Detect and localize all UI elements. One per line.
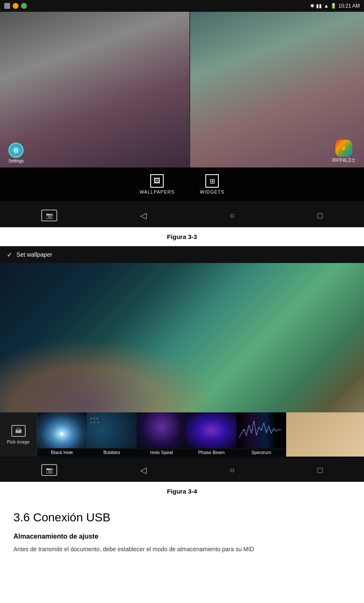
camera-button-34[interactable]	[41, 464, 57, 476]
bubbles-label: Bubbles	[87, 449, 136, 457]
wallpapers-label: WALLPAPERS	[140, 189, 175, 194]
figure-34-container: ✓ Set wallpaper 🏔 Pick image Black Hole …	[0, 246, 364, 482]
bubbles-preview	[87, 412, 136, 448]
bluetooth-icon: ✱	[310, 3, 314, 9]
thumbnail-strip: 🏔 Pick image Black Hole Bubbles Holo Spi…	[0, 412, 286, 457]
status-bar-right: ✱ ▮▮ ▲ 🔋 10:21 AM	[310, 3, 360, 9]
status-icon-3	[21, 3, 27, 9]
back-button-33[interactable]: ◁	[140, 210, 146, 220]
recent-button-34[interactable]: □	[317, 465, 322, 475]
settings-icon-area: Settings	[0, 12, 189, 167]
thumb-phase-beam[interactable]: Phase Beam	[186, 412, 236, 457]
set-wallpaper-label: Set wallpaper	[16, 251, 52, 258]
wallpapers-icon: 🖼	[150, 174, 164, 188]
set-wallpaper-bar: ✓ Set wallpaper	[0, 246, 364, 263]
phase-beam-label: Phase Beam	[186, 449, 236, 457]
status-icon-1	[4, 3, 10, 9]
app360-circle-icon: ⚡	[335, 140, 352, 157]
black-hole-label: Black Hole	[37, 449, 87, 457]
widgets-button[interactable]: ⊞ WIDGETS	[200, 174, 224, 194]
app360-icon-area: ⚡ 360手机卫士	[189, 12, 364, 167]
widgets-icon: ⊞	[205, 174, 219, 188]
signal-icon: ▮▮	[316, 3, 322, 9]
pick-image-icon: 🏔	[11, 425, 26, 437]
spectrum-label: Spectrum	[236, 449, 286, 457]
settings-circle-icon	[8, 143, 24, 158]
wallpaper-main-preview	[0, 263, 364, 423]
spectrum-preview	[236, 412, 286, 448]
phase-beam-preview	[186, 412, 236, 448]
back-button-34[interactable]: ◁	[140, 465, 146, 475]
nav-bar-33: ◁ ○ □	[0, 204, 364, 227]
right-strip-34	[286, 412, 364, 457]
section-title: 3.6 Conexión USB	[13, 511, 351, 524]
checkmark-icon: ✓	[7, 251, 12, 259]
thumb-holo-spiral[interactable]: Holo Spiral	[137, 412, 186, 457]
widgets-label: WIDGETS	[200, 189, 224, 194]
status-icon-2	[13, 3, 19, 9]
black-hole-preview	[37, 412, 87, 448]
camera-button-33[interactable]	[41, 210, 57, 221]
holo-spiral-preview	[137, 412, 186, 448]
battery-icon: 🔋	[330, 3, 337, 9]
caption-33: Figura 3-3	[0, 227, 364, 246]
wifi-icon: ▲	[324, 3, 329, 9]
body-text: Antes de transmitir el documento, debe e…	[13, 545, 351, 554]
thumb-black-hole[interactable]: Black Hole	[37, 412, 87, 457]
home-button-33[interactable]: ○	[229, 211, 234, 220]
status-bar-left-icons	[4, 3, 27, 9]
pick-image-label: Pick image	[7, 439, 30, 444]
holo-spiral-label: Holo Spiral	[137, 449, 186, 457]
app360-app-icon[interactable]: ⚡ 360手机卫士	[332, 140, 356, 163]
text-section: 3.6 Conexión USB Almacenamiento de ajust…	[0, 501, 364, 564]
thumb-bubbles[interactable]: Bubbles	[87, 412, 136, 457]
home-button-34[interactable]: ○	[229, 465, 234, 475]
action-bar-33: 🖼 WALLPAPERS ⊞ WIDGETS	[0, 167, 364, 201]
time-display: 10:21 AM	[338, 3, 360, 9]
wallpapers-button[interactable]: 🖼 WALLPAPERS	[140, 174, 175, 194]
nav-bar-34: ◁ ○ □	[0, 458, 364, 482]
subsection-title: Almacenamiento de ajuste	[13, 533, 351, 540]
thumb-spectrum[interactable]: Spectrum	[236, 412, 286, 457]
settings-app-icon[interactable]: Settings	[8, 143, 24, 163]
figure-33-container: ✱ ▮▮ ▲ 🔋 10:21 AM Settings ⚡ 360手机卫士 🖼 W…	[0, 0, 364, 227]
caption-34: Figura 3-4	[0, 482, 364, 501]
pick-image-button[interactable]: 🏔 Pick image	[0, 412, 37, 457]
wallpaper-overlay	[0, 339, 218, 423]
settings-label: Settings	[8, 159, 24, 163]
recent-button-33[interactable]: □	[317, 211, 322, 220]
status-bar-33: ✱ ▮▮ ▲ 🔋 10:21 AM	[0, 0, 364, 12]
app360-label: 360手机卫士	[332, 157, 356, 163]
